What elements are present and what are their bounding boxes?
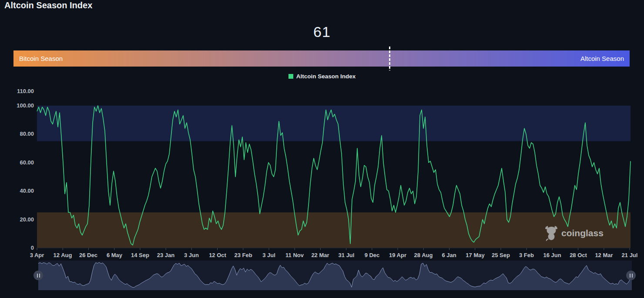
navigator-track[interactable] (38, 261, 632, 290)
coinglass-label: coinglass (561, 228, 604, 238)
y-axis-label: 100.00 (0, 102, 34, 109)
bull-mascot-icon (545, 225, 558, 241)
y-axis-label: 60.00 (0, 159, 34, 166)
pause-bars-icon (632, 274, 633, 278)
y-axis-label: 20.00 (0, 216, 34, 223)
x-axis-label: 21 Jul (604, 252, 644, 258)
altcoin-season-index-page: Altcoin Season Index 61 Bitcoin Season A… (0, 0, 644, 298)
y-axis-label: 40.00 (0, 188, 34, 194)
pause-bars-icon (39, 274, 40, 278)
pause-bars-icon (37, 274, 38, 278)
y-axis-label: 80.00 (0, 131, 34, 137)
y-axis-label: 0 (0, 244, 34, 251)
navigator-minichart (38, 261, 632, 290)
coinglass-watermark: coinglass (545, 225, 604, 241)
pause-bars-icon (630, 274, 631, 278)
navigator-handle-right[interactable] (626, 271, 636, 280)
y-axis-label: 110.00 (0, 88, 34, 94)
navigator-handle-left[interactable] (34, 271, 43, 280)
